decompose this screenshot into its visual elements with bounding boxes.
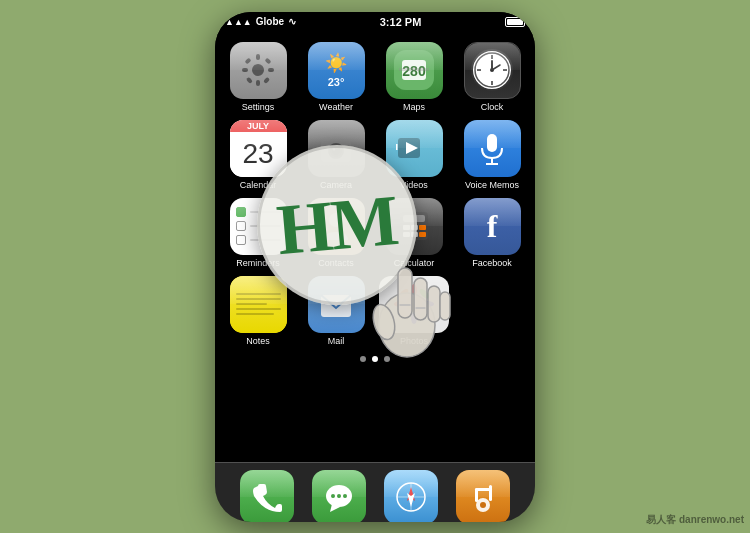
battery-fill [507, 19, 523, 25]
maps-icon: 280 [386, 42, 443, 99]
settings-icon [230, 42, 287, 99]
svg-rect-40 [403, 225, 410, 230]
svg-point-48 [411, 284, 417, 296]
clock-label: Clock [481, 102, 504, 112]
status-bar: ▲▲▲ Globe ∿ 3:12 PM [215, 12, 535, 32]
app-grid: Settings ☀️ 23° Weather [223, 38, 527, 350]
safari-icon [384, 470, 438, 522]
app-maps[interactable]: 280 Maps [379, 42, 449, 112]
svg-rect-2 [256, 80, 260, 86]
svg-rect-70 [475, 488, 492, 491]
svg-point-54 [418, 287, 431, 300]
svg-rect-39 [403, 215, 425, 222]
videos-label: Videos [400, 180, 427, 190]
svg-line-20 [492, 65, 500, 70]
svg-point-56 [326, 485, 352, 507]
clock-icon [464, 42, 521, 99]
contacts-label: Contacts [318, 258, 354, 268]
watermark: 易人客 danrenwo.net [646, 513, 744, 527]
photos-icon [379, 276, 449, 333]
svg-rect-3 [242, 68, 248, 72]
dot-2 [372, 356, 378, 362]
svg-rect-43 [403, 232, 410, 237]
svg-rect-68 [489, 485, 492, 501]
settings-label: Settings [242, 102, 275, 112]
app-photos[interactable]: Photos [379, 276, 449, 346]
app-reminders[interactable]: ✓ Reminders [223, 198, 293, 268]
svg-point-59 [337, 494, 341, 498]
svg-rect-44 [411, 232, 418, 237]
app-notes[interactable]: Notes [223, 276, 293, 346]
photos-label: Photos [400, 336, 428, 346]
wifi-icon: ∿ [288, 16, 296, 27]
dock [215, 462, 535, 522]
calculator-label: Calculator [394, 258, 435, 268]
calendar-label: Calendar [240, 180, 277, 190]
home-screen: Settings ☀️ 23° Weather [215, 32, 535, 462]
dock-phone[interactable] [240, 470, 294, 522]
svg-rect-13 [399, 68, 429, 71]
app-weather[interactable]: ☀️ 23° Weather [301, 42, 371, 112]
svg-point-26 [333, 148, 336, 151]
app-mail[interactable]: Mail [301, 276, 371, 346]
app-camera[interactable]: Camera [301, 120, 371, 190]
app-voicememos[interactable]: Voice Memos [457, 120, 527, 190]
app-calculator[interactable]: Calculator [379, 198, 449, 268]
battery-icon [505, 17, 525, 27]
svg-point-53 [418, 308, 431, 321]
svg-point-58 [331, 494, 335, 498]
notes-label: Notes [246, 336, 270, 346]
phone: ▲▲▲ Globe ∿ 3:12 PM [215, 12, 535, 522]
time-display: 3:12 PM [380, 16, 422, 28]
svg-point-55 [397, 308, 410, 321]
messages-icon [312, 470, 366, 522]
dot-1 [360, 356, 366, 362]
facebook-icon: f [464, 198, 521, 255]
dock-safari[interactable] [384, 470, 438, 522]
svg-rect-41 [411, 225, 418, 230]
svg-rect-4 [268, 68, 274, 72]
svg-rect-7 [246, 77, 253, 84]
camera-icon [308, 120, 365, 177]
svg-rect-35 [316, 224, 320, 228]
svg-rect-46 [321, 295, 351, 317]
svg-point-60 [343, 494, 347, 498]
voicememos-label: Voice Memos [465, 180, 519, 190]
svg-rect-69 [475, 488, 478, 502]
svg-rect-45 [419, 232, 426, 237]
svg-point-51 [422, 301, 434, 307]
calendar-icon: July 23 [230, 120, 287, 177]
carrier-label: Globe [256, 16, 284, 27]
svg-rect-5 [244, 57, 251, 64]
svg-point-49 [411, 312, 417, 324]
svg-point-52 [397, 287, 410, 300]
contacts-icon [308, 198, 365, 255]
svg-point-47 [406, 296, 422, 312]
phone-icon [240, 470, 294, 522]
svg-point-21 [490, 68, 494, 72]
calculator-icon [386, 198, 443, 255]
app-calendar[interactable]: July 23 Calendar [223, 120, 293, 190]
dock-messages[interactable] [312, 470, 366, 522]
status-left: ▲▲▲ Globe ∿ [225, 16, 296, 27]
app-settings[interactable]: Settings [223, 42, 293, 112]
voicememos-icon [464, 120, 521, 177]
mail-label: Mail [328, 336, 345, 346]
app-contacts[interactable]: Contacts [301, 198, 371, 268]
videos-icon [386, 120, 443, 177]
svg-point-50 [394, 301, 406, 307]
svg-rect-36 [316, 232, 320, 236]
svg-rect-34 [316, 216, 320, 220]
app-clock[interactable]: Clock [457, 42, 527, 112]
dock-itunes[interactable] [456, 470, 510, 522]
app-videos[interactable]: Videos [379, 120, 449, 190]
itunes-icon [456, 470, 510, 522]
dot-3 [384, 356, 390, 362]
app-facebook[interactable]: f Facebook [457, 198, 527, 268]
reminders-label: Reminders [236, 258, 280, 268]
svg-rect-27 [323, 137, 331, 142]
status-right [505, 17, 525, 27]
signal-bars: ▲▲▲ [225, 17, 252, 27]
weather-label: Weather [319, 102, 353, 112]
svg-rect-42 [419, 225, 426, 230]
